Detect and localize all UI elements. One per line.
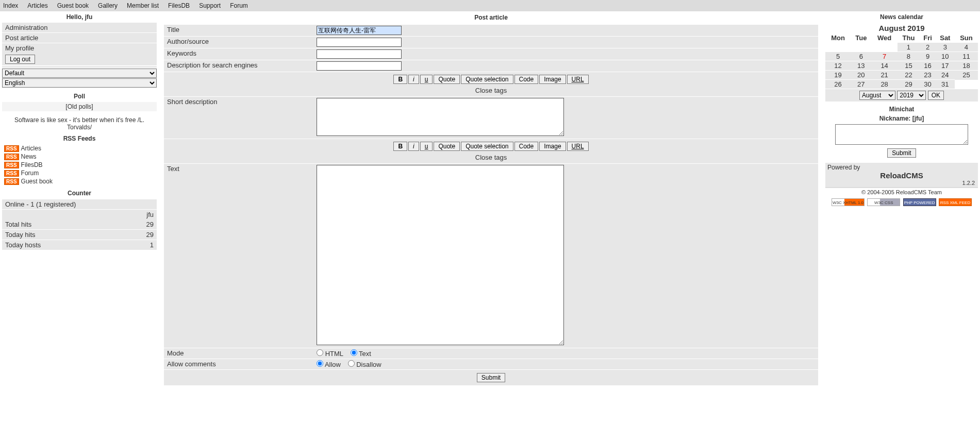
- cal-day[interactable]: 24: [936, 71, 955, 80]
- disallow-radio[interactable]: [348, 360, 355, 367]
- nav-guest-book[interactable]: Guest book: [57, 2, 89, 9]
- cal-ok-button[interactable]: OK: [928, 91, 944, 100]
- lang-select[interactable]: English: [2, 78, 157, 88]
- rss-xml-badge[interactable]: RSS XML FEED: [939, 198, 972, 206]
- cal-day[interactable]: 7: [872, 52, 898, 61]
- menu-post-article[interactable]: Post article: [5, 34, 38, 42]
- php-badge[interactable]: PHP POWERED: [903, 198, 936, 206]
- quote-selection-button[interactable]: Quote selection: [461, 142, 513, 151]
- old-polls-link[interactable]: [Old polls]: [65, 103, 93, 110]
- cal-day[interactable]: 5: [825, 52, 851, 61]
- cal-day[interactable]: 13: [851, 61, 872, 71]
- cal-day[interactable]: 15: [898, 61, 920, 71]
- rss-news[interactable]: News: [21, 153, 37, 160]
- shortdesc-textarea[interactable]: [317, 98, 564, 136]
- underline-button[interactable]: u: [420, 142, 433, 151]
- poweredby-copy: © 2004-2005 ReloadCMS Team: [825, 187, 978, 196]
- keywords-input[interactable]: [317, 49, 402, 59]
- cal-day[interactable]: 6: [851, 52, 872, 61]
- cal-day[interactable]: 23: [920, 71, 936, 80]
- article-form: Title Author/source Keywords Description…: [164, 24, 818, 369]
- cal-dow: Sun: [955, 33, 978, 43]
- cal-day[interactable]: 3: [936, 43, 955, 52]
- w3c-xhtml-badge[interactable]: W3C XHTML 1.0: [832, 198, 865, 206]
- bold-button[interactable]: B: [393, 75, 407, 84]
- rss-badge-icon[interactable]: RSS: [4, 178, 19, 185]
- minichat-textarea[interactable]: [835, 124, 968, 145]
- cal-day[interactable]: 28: [872, 80, 898, 89]
- rss-articles[interactable]: Articles: [21, 145, 41, 152]
- cal-day[interactable]: 27: [851, 80, 872, 89]
- url-button[interactable]: URL: [567, 142, 589, 151]
- cal-day[interactable]: 8: [898, 52, 920, 61]
- desc-input[interactable]: [317, 61, 402, 71]
- close-tags-link[interactable]: Close tags: [475, 87, 507, 94]
- news-calendar-title: News calendar: [825, 12, 978, 23]
- nav-index[interactable]: Index: [3, 2, 18, 9]
- cal-day[interactable]: 11: [955, 52, 978, 61]
- cal-day[interactable]: 1: [898, 43, 920, 52]
- url-button[interactable]: URL: [567, 75, 589, 84]
- nav-support[interactable]: Support: [199, 2, 221, 9]
- cal-day[interactable]: 20: [851, 71, 872, 80]
- bold-button[interactable]: B: [393, 142, 407, 151]
- cal-day[interactable]: 26: [825, 80, 851, 89]
- nav-forum[interactable]: Forum: [230, 2, 248, 9]
- skin-select[interactable]: Default: [2, 69, 157, 78]
- rss-forum[interactable]: Forum: [21, 169, 39, 177]
- rss-badge-icon[interactable]: RSS: [4, 170, 19, 177]
- author-input[interactable]: [317, 38, 402, 47]
- cal-day[interactable]: 31: [936, 80, 955, 89]
- cal-day[interactable]: 19: [825, 71, 851, 80]
- nav-filesdb[interactable]: FilesDB: [168, 2, 190, 9]
- quote-button[interactable]: Quote: [434, 75, 460, 84]
- rss-filesdb[interactable]: FilesDB: [21, 161, 43, 168]
- quote-selection-button[interactable]: Quote selection: [461, 75, 513, 84]
- italic-button[interactable]: i: [408, 142, 419, 151]
- cal-day[interactable]: 25: [955, 71, 978, 80]
- code-button[interactable]: Code: [514, 75, 539, 84]
- cal-day[interactable]: 30: [920, 80, 936, 89]
- allow-radio[interactable]: [317, 360, 323, 367]
- cal-day[interactable]: 16: [920, 61, 936, 71]
- cal-day[interactable]: 18: [955, 61, 978, 71]
- cal-day[interactable]: 22: [898, 71, 920, 80]
- rss-badge-icon[interactable]: RSS: [4, 154, 19, 160]
- nav-member-list[interactable]: Member list: [127, 2, 159, 9]
- logout-button[interactable]: Log out: [5, 55, 35, 64]
- cal-dow: Fri: [920, 33, 936, 43]
- cal-day[interactable]: 9: [920, 52, 936, 61]
- cal-day[interactable]: 10: [936, 52, 955, 61]
- cal-day[interactable]: 12: [825, 61, 851, 71]
- close-tags-link-2[interactable]: Close tags: [475, 154, 507, 161]
- w3c-css-badge[interactable]: W3C CSS: [867, 198, 900, 206]
- minichat-submit-button[interactable]: Submit: [887, 148, 916, 158]
- italic-button[interactable]: i: [408, 75, 419, 84]
- title-input[interactable]: [317, 26, 402, 35]
- quote-button[interactable]: Quote: [434, 142, 460, 151]
- code-button[interactable]: Code: [514, 142, 539, 151]
- nav-articles[interactable]: Articles: [27, 2, 47, 9]
- cal-day[interactable]: 4: [955, 43, 978, 52]
- cal-day[interactable]: 29: [898, 80, 920, 89]
- nav-gallery[interactable]: Gallery: [98, 2, 118, 9]
- cal-day[interactable]: 17: [936, 61, 955, 71]
- rss-badge-icon[interactable]: RSS: [4, 162, 19, 168]
- menu-administration[interactable]: Administration: [5, 24, 47, 31]
- cal-day[interactable]: 21: [872, 71, 898, 80]
- text-textarea[interactable]: [317, 165, 564, 345]
- rss-badge-icon[interactable]: RSS: [4, 145, 19, 152]
- mode-html-radio[interactable]: [317, 349, 323, 356]
- mode-text-radio[interactable]: [351, 349, 357, 356]
- image-button[interactable]: Image: [539, 142, 566, 151]
- cal-year-select[interactable]: 2019: [897, 91, 926, 100]
- menu-my-profile[interactable]: My profile: [5, 44, 34, 52]
- rss-guest-book[interactable]: Guest book: [21, 178, 53, 185]
- cal-day[interactable]: 2: [920, 43, 936, 52]
- submit-button[interactable]: Submit: [477, 373, 505, 382]
- cal-dow: Tue: [851, 33, 872, 43]
- image-button[interactable]: Image: [539, 75, 566, 84]
- cal-day[interactable]: 14: [872, 61, 898, 71]
- underline-button[interactable]: u: [420, 75, 433, 84]
- cal-month-select[interactable]: August: [859, 91, 895, 100]
